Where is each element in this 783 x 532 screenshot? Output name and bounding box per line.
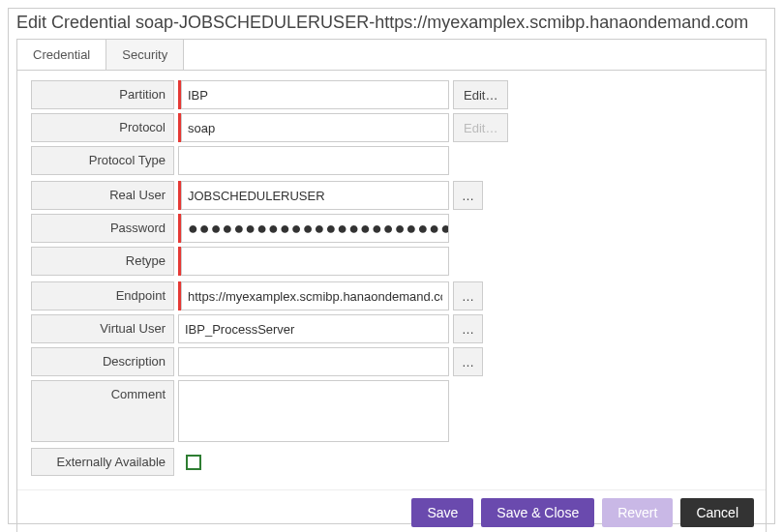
label-partition: Partition <box>31 80 174 109</box>
form-area: Partition Edit… Protocol Edit… Protocol … <box>17 71 766 489</box>
label-protocol: Protocol <box>31 113 174 142</box>
tab-credential[interactable]: Credential <box>17 40 106 70</box>
protocol-edit-button: Edit… <box>453 113 508 142</box>
edit-credential-panel: Edit Credential soap-JOBSCHEDULERUSER-ht… <box>8 8 775 524</box>
content-wrap: Credential Security Partition Edit… Prot… <box>16 39 767 532</box>
cancel-button[interactable]: Cancel <box>680 498 754 527</box>
label-retype: Retype <box>31 247 174 276</box>
label-password: Password <box>31 214 174 243</box>
input-password[interactable]: ●●●●●●●●●●●●●●●●●●●●●●●●●●●●●●●● <box>181 214 449 243</box>
input-retype[interactable] <box>181 247 449 276</box>
tab-bar: Credential Security <box>17 40 766 71</box>
virtual-user-browse-button[interactable]: … <box>453 314 483 343</box>
label-comment: Comment <box>31 380 174 442</box>
checkbox-externally-available[interactable] <box>186 455 201 470</box>
real-user-browse-button[interactable]: … <box>453 181 483 210</box>
save-button[interactable]: Save <box>411 498 473 527</box>
input-description[interactable] <box>178 347 449 376</box>
label-protocol-type: Protocol Type <box>31 146 174 175</box>
label-description: Description <box>31 347 174 376</box>
input-protocol-type[interactable] <box>178 146 449 175</box>
input-real-user[interactable] <box>181 181 449 210</box>
save-close-button[interactable]: Save & Close <box>481 498 594 527</box>
input-partition[interactable] <box>181 80 449 109</box>
label-externally-available: Externally Available <box>31 448 174 476</box>
endpoint-browse-button[interactable]: … <box>453 281 483 310</box>
revert-button: Revert <box>602 498 673 527</box>
tab-security[interactable]: Security <box>106 40 184 70</box>
partition-edit-button[interactable]: Edit… <box>453 80 508 109</box>
label-endpoint: Endpoint <box>31 281 174 310</box>
footer-buttons: Save Save & Close Revert Cancel <box>17 489 766 532</box>
input-protocol[interactable] <box>181 113 449 142</box>
page-title: Edit Credential soap-JOBSCHEDULERUSER-ht… <box>9 9 774 39</box>
label-virtual-user: Virtual User <box>31 314 174 343</box>
label-real-user: Real User <box>31 181 174 210</box>
input-endpoint[interactable] <box>181 281 449 310</box>
description-browse-button[interactable]: … <box>453 347 483 376</box>
input-comment[interactable] <box>178 380 449 442</box>
input-virtual-user[interactable] <box>178 314 449 343</box>
